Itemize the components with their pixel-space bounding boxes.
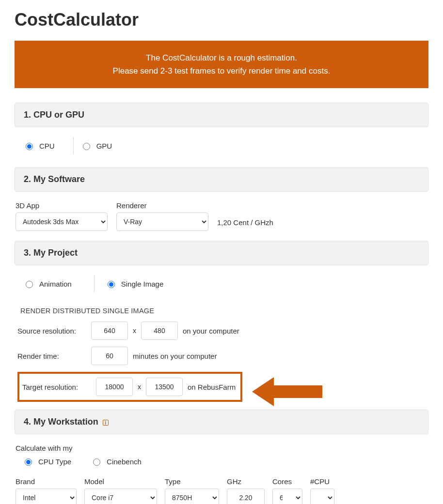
info-icon[interactable]: i xyxy=(103,420,109,426)
type-select[interactable]: 8750H xyxy=(165,489,219,504)
cores-select[interactable]: 6 xyxy=(272,489,302,504)
brand-label: Brand xyxy=(16,477,77,486)
divider xyxy=(94,275,95,292)
cores-label: Cores xyxy=(272,477,302,486)
cpu-gpu-radiogroup: CPU GPU xyxy=(15,137,428,167)
source-resolution-row: Source resolution: x on your computer xyxy=(17,321,427,340)
radio-animation[interactable]: Animation xyxy=(21,277,85,290)
notice-line-1: The CostCalculator is a rough estimation… xyxy=(24,51,419,64)
renderer-label: Renderer xyxy=(116,201,208,210)
ghz-label: GHz xyxy=(227,477,265,486)
type-label: Type xyxy=(165,477,219,486)
project-body: RENDER DISTRIBUTED SINGLE IMAGE Source r… xyxy=(15,305,428,410)
radio-cinebench-input[interactable] xyxy=(93,458,100,466)
radio-cpu-type-input[interactable] xyxy=(25,458,32,466)
app-label: 3D App xyxy=(16,201,108,210)
project-subheading: RENDER DISTRIBUTED SINGLE IMAGE xyxy=(17,305,427,321)
radio-single-image[interactable]: Single Image xyxy=(103,277,177,290)
radio-gpu-label: GPU xyxy=(96,142,112,150)
section-2-header: 2. My Software xyxy=(15,167,428,192)
radio-animation-input[interactable] xyxy=(26,281,33,288)
radio-cpu-type[interactable]: CPU Type xyxy=(20,455,85,468)
section-4-header: 4. My Workstation i xyxy=(15,410,428,434)
renderer-select[interactable]: V-Ray xyxy=(116,213,208,231)
target-resolution-label: Target resolution: xyxy=(22,383,91,391)
section-4-heading-text: 4. My Workstation xyxy=(24,417,98,427)
software-row: 3D App Autodesk 3ds Max Renderer V-Ray 1… xyxy=(15,201,428,241)
radio-animation-label: Animation xyxy=(39,280,72,288)
app-select[interactable]: Autodesk 3ds Max xyxy=(16,213,108,231)
radio-cinebench[interactable]: Cinebench xyxy=(89,455,155,468)
callout-arrow-icon xyxy=(252,375,325,409)
model-select[interactable]: Core i7 xyxy=(84,489,157,504)
calculate-with-label: Calculate with my xyxy=(16,444,427,452)
target-width-input[interactable] xyxy=(96,378,133,396)
radio-single-image-label: Single Image xyxy=(121,280,164,288)
divider xyxy=(73,137,74,154)
source-height-input[interactable] xyxy=(141,321,178,340)
project-type-radiogroup: Animation Single Image xyxy=(15,275,428,305)
model-label: Model xyxy=(84,477,157,486)
render-time-row: Render time: minutes on your computer xyxy=(17,347,427,365)
source-width-input[interactable] xyxy=(91,321,128,340)
ghz-input[interactable] xyxy=(227,489,265,504)
render-time-suffix: minutes on your computer xyxy=(133,352,217,360)
cpu-count-select[interactable]: 1 xyxy=(310,489,334,504)
radio-cinebench-label: Cinebench xyxy=(107,458,142,466)
radio-single-image-input[interactable] xyxy=(108,281,115,288)
radio-cpu-label: CPU xyxy=(39,142,55,150)
notice-banner: The CostCalculator is a rough estimation… xyxy=(15,41,428,88)
render-time-input[interactable] xyxy=(91,347,128,365)
source-resolution-label: Source resolution: xyxy=(17,327,86,335)
render-time-label: Render time: xyxy=(17,352,86,360)
workstation-body: Calculate with my CPU Type Cinebench Bra… xyxy=(15,444,428,504)
rate-text: 1,20 Cent / GHzh xyxy=(217,218,273,231)
svg-marker-0 xyxy=(252,377,322,406)
radio-gpu[interactable]: GPU xyxy=(79,139,126,152)
section-1-header: 1. CPU or GPU xyxy=(15,103,428,127)
radio-cpu-input[interactable] xyxy=(26,143,33,150)
section-3-header: 3. My Project xyxy=(15,241,428,265)
source-suffix: on your computer xyxy=(183,327,239,335)
calc-method-radiogroup: CPU Type Cinebench xyxy=(16,455,427,471)
workstation-selects-row: Brand Intel Model Core i7 Type 8750H GHz… xyxy=(16,471,427,504)
page-title: CostCalculator xyxy=(15,10,428,30)
target-suffix: on RebusFarm xyxy=(188,383,236,391)
x-separator: x xyxy=(133,327,136,335)
radio-cpu-type-label: CPU Type xyxy=(38,458,71,466)
radio-cpu[interactable]: CPU xyxy=(21,139,68,152)
target-height-input[interactable] xyxy=(146,378,183,396)
radio-gpu-input[interactable] xyxy=(83,143,90,150)
cpu-count-label: #CPU xyxy=(310,477,334,486)
x-separator: x xyxy=(138,383,141,391)
notice-line-2: Please send 2-3 test frames to verify re… xyxy=(24,64,419,77)
target-resolution-highlight: Target resolution: x on RebusFarm xyxy=(17,372,242,402)
brand-select[interactable]: Intel xyxy=(16,489,77,504)
